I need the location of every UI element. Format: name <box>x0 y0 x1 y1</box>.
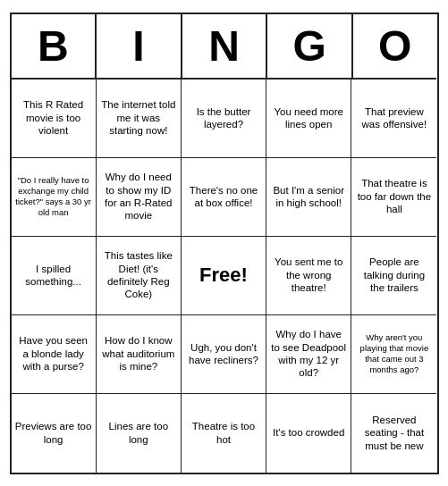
bingo-grid: This R Rated movie is too violentThe int… <box>12 80 437 473</box>
bingo-cell-5: "Do I really have to exchange my child t… <box>12 158 97 237</box>
bingo-letter-g: G <box>267 14 353 80</box>
bingo-cell-13: You sent me to the wrong theatre! <box>266 237 351 315</box>
bingo-cell-18: Why do I have to see Deadpool with my 12… <box>266 315 351 394</box>
bingo-cell-20: Previews are too long <box>12 394 97 473</box>
bingo-cell-2: Is the butter layered? <box>182 80 266 158</box>
bingo-letter-n: N <box>182 14 268 80</box>
bingo-cell-8: But I'm a senior in high school! <box>266 158 351 237</box>
bingo-card: BINGO This R Rated movie is too violentT… <box>10 13 439 474</box>
bingo-cell-10: I spilled something... <box>12 237 97 315</box>
bingo-cell-4: That preview was offensive! <box>351 80 436 158</box>
bingo-cell-7: There's no one at box office! <box>182 158 266 237</box>
bingo-letter-o: O <box>353 14 437 80</box>
bingo-cell-21: Lines are too long <box>97 394 182 473</box>
bingo-cell-12: Free! <box>182 237 266 315</box>
bingo-cell-24: Reserved seating - that must be new <box>351 394 436 473</box>
bingo-cell-3: You need more lines open <box>266 80 351 158</box>
bingo-header: BINGO <box>12 14 437 80</box>
bingo-cell-15: Have you seen a blonde lady with a purse… <box>12 315 97 394</box>
bingo-cell-16: How do I know what auditorium is mine? <box>97 315 182 394</box>
bingo-cell-0: This R Rated movie is too violent <box>12 80 97 158</box>
bingo-cell-14: People are talking during the trailers <box>351 237 436 315</box>
bingo-cell-19: Why aren't you playing that movie that c… <box>351 315 436 394</box>
bingo-cell-9: That theatre is too far down the hall <box>351 158 436 237</box>
bingo-letter-b: B <box>12 14 97 80</box>
bingo-letter-i: I <box>97 14 182 80</box>
bingo-cell-17: Ugh, you don't have recliners? <box>182 315 266 394</box>
bingo-cell-1: The internet told me it was starting now… <box>97 80 182 158</box>
bingo-cell-22: Theatre is too hot <box>182 394 266 473</box>
bingo-cell-6: Why do I need to show my ID for an R-Rat… <box>97 158 182 237</box>
bingo-cell-23: It's too crowded <box>266 394 351 473</box>
bingo-cell-11: This tastes like Diet! (it's definitely … <box>97 237 182 315</box>
